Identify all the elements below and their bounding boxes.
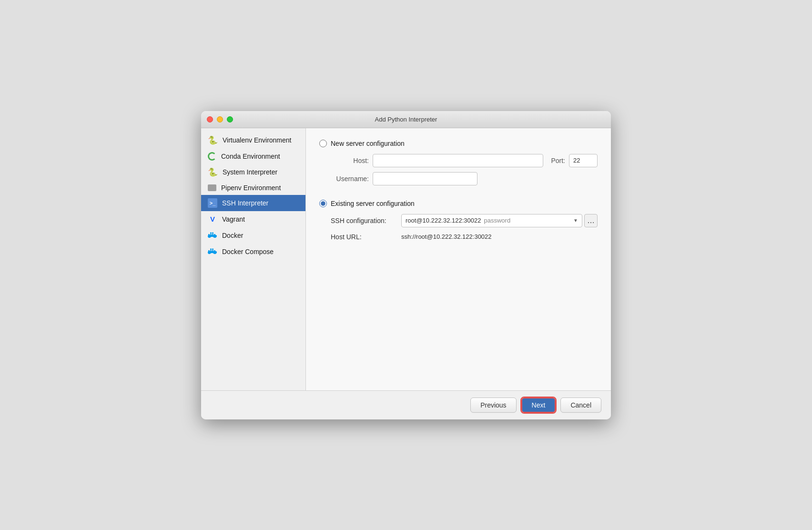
host-row: Host: Port: 22: [331, 154, 598, 167]
svg-rect-4: [212, 232, 213, 234]
pipenv-icon: [208, 184, 216, 191]
ssh-config-dropdown[interactable]: root@10.222.32.122:30022 password ▼: [401, 214, 582, 227]
host-url-row: Host URL: ssh://root@10.222.32.122:30022: [331, 233, 598, 241]
sidebar-item-virtualenv-label: Virtualenv Environment: [223, 136, 291, 144]
sidebar-item-system-label: System Interpreter: [223, 168, 277, 176]
cancel-button[interactable]: Cancel: [560, 398, 601, 413]
titlebar-buttons: [207, 116, 233, 122]
sidebar-item-virtualenv[interactable]: 🐍 Virtualenv Environment: [201, 132, 305, 149]
dropdown-arrow-icon: ▼: [573, 218, 578, 223]
existing-server-radio[interactable]: [319, 200, 327, 207]
window-title: Add Python Interpreter: [375, 116, 437, 123]
virtualenv-icon: 🐍: [208, 135, 218, 145]
existing-server-label: Existing server configuration: [331, 200, 415, 207]
sidebar-item-vagrant-label: Vagrant: [222, 215, 245, 223]
host-url-value: ssh://root@10.222.32.122:30022: [401, 233, 492, 240]
new-server-radio[interactable]: [319, 140, 327, 147]
new-server-group: New server configuration Host: Port: 22 …: [319, 140, 598, 192]
previous-button[interactable]: Previous: [470, 398, 516, 413]
sidebar-item-pipenv[interactable]: Pipenv Environment: [201, 181, 305, 195]
docker-icon: [208, 231, 217, 240]
ssh-config-value: root@10.222.32.122:30022: [406, 217, 481, 224]
new-server-label: New server configuration: [331, 140, 405, 147]
svg-rect-10: [212, 248, 213, 250]
svg-rect-3: [210, 232, 212, 234]
next-button[interactable]: Next: [521, 398, 556, 413]
ssh-config-auth: password: [484, 217, 511, 224]
port-label: Port:: [551, 157, 565, 164]
sidebar-item-vagrant[interactable]: V Vagrant: [201, 211, 305, 227]
sidebar: 🐍 Virtualenv Environment Conda Environme…: [201, 128, 306, 390]
new-server-fields: Host: Port: 22 Username:: [331, 154, 598, 185]
sidebar-item-ssh-label: SSH Interpreter: [222, 199, 268, 207]
sidebar-item-docker-label: Docker: [222, 232, 243, 239]
main-window: Add Python Interpreter 🐍 Virtualenv Envi…: [201, 111, 611, 419]
host-url-label: Host URL:: [331, 233, 397, 241]
sidebar-item-conda[interactable]: Conda Environment: [201, 149, 305, 164]
sidebar-item-conda-label: Conda Environment: [221, 153, 280, 160]
main-panel: New server configuration Host: Port: 22 …: [306, 128, 611, 390]
minimize-button[interactable]: [217, 116, 223, 122]
svg-rect-9: [210, 248, 212, 250]
docker-compose-icon: [208, 247, 217, 256]
ssh-dropdown-wrapper: root@10.222.32.122:30022 password ▼ …: [401, 214, 598, 227]
more-options-button[interactable]: …: [584, 214, 598, 227]
close-button[interactable]: [207, 116, 213, 122]
content-area: 🐍 Virtualenv Environment Conda Environme…: [201, 128, 611, 390]
username-input[interactable]: [373, 172, 477, 185]
sidebar-item-docker-compose[interactable]: Docker Compose: [201, 244, 305, 260]
system-icon: 🐍: [208, 167, 218, 177]
new-server-radio-row: New server configuration: [319, 140, 598, 147]
existing-server-radio-row: Existing server configuration: [319, 200, 598, 207]
ssh-icon: >_: [208, 198, 217, 208]
existing-server-group: Existing server configuration SSH config…: [319, 200, 598, 246]
maximize-button[interactable]: [227, 116, 233, 122]
host-label: Host:: [331, 157, 369, 164]
host-input[interactable]: [373, 154, 543, 167]
sidebar-item-system[interactable]: 🐍 System Interpreter: [201, 164, 305, 181]
vagrant-icon: V: [208, 214, 217, 224]
sidebar-item-ssh[interactable]: >_ SSH Interpreter: [201, 195, 305, 211]
username-row: Username:: [331, 172, 598, 185]
sidebar-item-docker[interactable]: Docker: [201, 227, 305, 244]
bottom-bar: Previous Next Cancel: [201, 390, 611, 419]
username-label: Username:: [331, 175, 369, 183]
port-input[interactable]: 22: [569, 154, 598, 167]
sidebar-item-docker-compose-label: Docker Compose: [222, 248, 274, 255]
ssh-config-row: SSH configuration: root@10.222.32.122:30…: [331, 214, 598, 227]
ssh-config-label: SSH configuration:: [331, 217, 397, 224]
titlebar: Add Python Interpreter: [201, 111, 611, 128]
conda-icon: [208, 152, 216, 161]
sidebar-item-pipenv-label: Pipenv Environment: [221, 184, 281, 192]
ssh-config-fields: SSH configuration: root@10.222.32.122:30…: [331, 214, 598, 241]
